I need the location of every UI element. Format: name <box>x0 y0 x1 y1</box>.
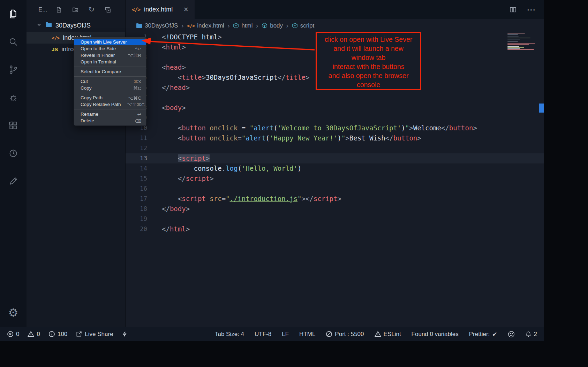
tab-index-html[interactable]: </> index.html × <box>126 0 195 19</box>
status-tab-size[interactable]: Tab Size: 4 <box>215 331 244 338</box>
more-actions-icon[interactable]: ⋯ <box>527 5 536 14</box>
bolt-icon <box>122 331 128 337</box>
status-label: 0 <box>37 331 40 338</box>
code-line-7[interactable]: 7 <box>126 93 544 103</box>
folder-row-30daysofjs[interactable]: 30DaysOfJS <box>27 19 125 32</box>
editor-actions: ⋯ <box>509 0 544 19</box>
activity-history-button[interactable] <box>0 139 27 167</box>
menu-item-cut[interactable]: Cut⌘X <box>74 78 146 85</box>
code-line-15[interactable]: 15 </script> <box>126 174 544 184</box>
line-content <box>147 113 162 123</box>
breadcrumb-item-30daysofjs[interactable]: 30DaysOfJS <box>136 22 178 29</box>
status-problems-warnings[interactable]: 0 <box>28 331 40 338</box>
status-feedback[interactable] <box>508 331 515 338</box>
status-eol[interactable]: LF <box>282 331 289 338</box>
code-line-10[interactable]: 10 <button onclick = "alert('Welcome to … <box>126 123 544 133</box>
status-variables[interactable]: Found 0 variables <box>412 331 459 338</box>
new-folder-icon[interactable] <box>72 7 78 13</box>
menu-item-copy-path[interactable]: Copy Path⌥⌘C <box>74 94 146 101</box>
code-line-14[interactable]: 14 console.log('Hello, World') <box>126 163 544 174</box>
annotation-line: click on open with Live Sever <box>317 35 420 44</box>
breadcrumb-item-script[interactable]: script <box>292 22 315 29</box>
new-file-icon[interactable] <box>56 7 62 13</box>
line-content: <html> <box>147 42 186 52</box>
status-problems-errors[interactable]: 0 <box>7 331 19 338</box>
minimap-line <box>507 43 535 44</box>
menu-item-open-to-the-side[interactable]: Open to the Side^↩ <box>74 45 146 52</box>
breadcrumb-item-body[interactable]: body <box>262 22 283 29</box>
code-line-9[interactable]: 9 <box>126 113 544 123</box>
menu-item-select-for-compare[interactable]: Select for Compare <box>74 68 146 75</box>
activity-source-control-button[interactable] <box>0 56 27 84</box>
status-language-mode[interactable]: HTML <box>299 331 315 338</box>
bell-icon <box>525 331 532 337</box>
code-line-8[interactable]: 8<body> <box>126 103 544 113</box>
menu-item-copy-relative-path[interactable]: Copy Relative Path⌥⇧⌘C <box>74 101 146 108</box>
breadcrumb-item-html[interactable]: html <box>233 22 252 29</box>
status-eslint[interactable]: ESLint <box>375 331 401 338</box>
menu-item-reveal-in-finder[interactable]: Reveal in Finder⌥⌘R <box>74 52 146 59</box>
line-content <box>147 214 162 224</box>
activity-search-button[interactable] <box>0 28 27 56</box>
status-bar: 00100Live Share Tab Size: 4UTF-8LFHTMLPo… <box>0 327 544 341</box>
close-icon[interactable]: × <box>184 6 188 14</box>
files-icon <box>8 9 18 19</box>
activity-extensions-button[interactable] <box>0 112 27 139</box>
breadcrumb-item-index-html[interactable]: </>index.html <box>187 22 224 29</box>
menu-item-copy[interactable]: Copy⌘C <box>74 85 146 91</box>
code-line-13[interactable]: 13 <script> <box>126 153 544 163</box>
status-notifications[interactable]: 2 <box>525 331 537 338</box>
explorer-actions: ↻ <box>56 6 111 13</box>
status-problems-info[interactable]: 100 <box>48 331 67 338</box>
line-content <box>147 143 162 153</box>
collapse-all-icon[interactable] <box>105 7 111 13</box>
annotation-line: window tab <box>317 53 420 62</box>
minimap-line <box>507 35 518 35</box>
code-line-11[interactable]: 11 <button onclick="alert('Happy New Yea… <box>126 133 544 143</box>
code-line-17[interactable]: 17 <script src="./introduction.js"></scr… <box>126 194 544 204</box>
minimap-line <box>507 41 518 41</box>
menu-item-delete[interactable]: Delete⌫ <box>74 117 146 124</box>
cube-icon <box>233 23 239 29</box>
annotation-line: interact with the buttons <box>317 62 420 71</box>
minimap[interactable] <box>507 33 537 51</box>
code-line-12[interactable]: 12 <box>126 143 544 153</box>
warning-icon <box>28 331 34 337</box>
menu-item-rename[interactable]: Rename↩ <box>74 111 146 117</box>
clock-icon <box>8 148 18 159</box>
port-icon <box>326 331 332 337</box>
split-editor-icon[interactable] <box>509 6 517 14</box>
breadcrumb-label: 30DaysOfJS <box>145 22 178 29</box>
menu-item-label: Delete <box>81 118 128 123</box>
activity-pen-button[interactable] <box>0 167 27 195</box>
status-prettier[interactable]: Prettier:✔ <box>469 331 497 338</box>
line-content: <button onclick = "alert('Welcome to 30D… <box>147 123 477 133</box>
minimap-line <box>507 38 530 38</box>
code-line-20[interactable]: 20</html> <box>126 224 544 234</box>
status-bolt[interactable] <box>122 331 128 337</box>
activity-explorer-button[interactable] <box>0 0 27 28</box>
overview-ruler-marker <box>539 104 544 113</box>
status-live-share[interactable]: Live Share <box>76 331 113 338</box>
status-encoding[interactable]: UTF-8 <box>255 331 271 338</box>
menu-item-label: Reveal in Finder <box>81 53 121 58</box>
code-line-16[interactable]: 16 <box>126 184 544 194</box>
line-content <box>147 93 162 103</box>
activity-run-debug-button[interactable] <box>0 84 27 112</box>
refresh-icon[interactable]: ↻ <box>89 6 95 13</box>
annotation-line: console <box>317 80 420 89</box>
code-line-18[interactable]: 18</body> <box>126 204 544 214</box>
menu-item-shortcut: ↩ <box>137 112 141 117</box>
breadcrumb-label: index.html <box>197 22 224 29</box>
code-line-19[interactable]: 19 <box>126 214 544 224</box>
menu-item-open-with-live-server[interactable]: Open with Live Server <box>74 39 146 45</box>
settings-button[interactable]: ⚙ <box>0 305 27 321</box>
tab-bar: </> index.html × ⋯ <box>126 0 544 19</box>
menu-item-label: Copy <box>81 85 127 91</box>
breadcrumb-separator: › <box>286 22 289 30</box>
pen-icon <box>8 176 18 186</box>
menu-item-open-in-terminal[interactable]: Open in Terminal <box>74 59 146 65</box>
cube-icon <box>292 23 298 29</box>
status-label: Tab Size: 4 <box>215 331 244 338</box>
status-port[interactable]: Port : 5500 <box>326 331 364 338</box>
